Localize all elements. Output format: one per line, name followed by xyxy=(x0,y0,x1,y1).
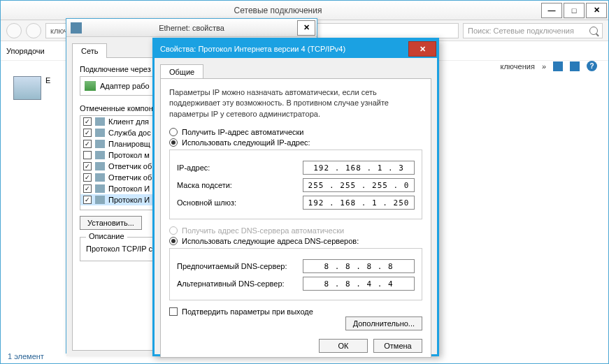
maximize-button[interactable]: □ xyxy=(564,3,585,18)
checkbox[interactable] xyxy=(169,307,178,316)
eth-close-button[interactable]: ✕ xyxy=(297,20,315,36)
subnet-mask-label: Маска подсети: xyxy=(177,181,303,189)
install-button[interactable]: Установить... xyxy=(80,216,142,230)
ok-button[interactable]: ОК xyxy=(319,339,368,353)
component-icon xyxy=(95,162,105,170)
radio-label: Использовать следующие адреса DNS-сервер… xyxy=(182,237,359,245)
advanced-button[interactable]: Дополнительно... xyxy=(345,316,422,330)
adapter-name: Адаптер рабо xyxy=(100,82,150,90)
ethernet-adapter-icon xyxy=(13,76,41,100)
ipv4-close-button[interactable]: ✕ xyxy=(408,41,436,57)
checkbox[interactable]: ✓ xyxy=(83,129,92,137)
right-toolbar: ключения » ? xyxy=(500,61,597,71)
organize-menu[interactable]: Упорядочи xyxy=(6,47,45,55)
checkbox[interactable]: ✓ xyxy=(83,196,92,204)
gateway-label: Основной шлюз: xyxy=(177,198,303,207)
checkbox[interactable]: ✓ xyxy=(83,173,92,182)
right-hint-text: ключения xyxy=(500,62,534,71)
subnet-mask-input[interactable]: 255 . 255 . 255 . 0 xyxy=(303,178,415,192)
back-button[interactable] xyxy=(6,23,22,38)
radio-auto-dns: Получить адрес DNS-сервера автоматически xyxy=(169,226,422,235)
ip-address-label: IP-адрес: xyxy=(177,163,303,172)
main-titlebar: Сетевые подключения — □ ✕ xyxy=(1,1,608,20)
radio-manual-ip[interactable]: Использовать следующий IP-адрес: xyxy=(169,138,422,147)
info-text: Параметры IP можно назначать автоматичес… xyxy=(169,87,422,119)
radio-label: Получить IP-адрес автоматически xyxy=(182,128,303,136)
ip-settings-group: IP-адрес:192 . 168 . 1 . 3 Маска подсети… xyxy=(169,150,422,219)
search-input[interactable]: Поиск: Сетевые подключения xyxy=(463,23,603,38)
main-window-title: Сетевые подключения xyxy=(15,6,541,15)
radio-icon xyxy=(169,128,178,136)
radio-auto-ip[interactable]: Получить IP-адрес автоматически xyxy=(169,128,422,136)
minimize-button[interactable]: — xyxy=(541,3,562,18)
ipv4-titlebar: Свойства: Протокол Интернета версии 4 (T… xyxy=(155,40,437,58)
forward-button[interactable] xyxy=(26,23,41,38)
checkbox[interactable]: ✓ xyxy=(83,184,92,193)
checkbox[interactable] xyxy=(83,151,92,159)
details-icon[interactable] xyxy=(570,61,580,71)
description-label: Описание xyxy=(86,232,127,240)
radio-label: Получить адрес DNS-сервера автоматически xyxy=(182,226,344,235)
search-icon xyxy=(589,27,598,35)
component-icon xyxy=(95,173,105,182)
eth-dialog-title: Ethernet: свойства xyxy=(86,24,297,32)
alternate-dns-input[interactable]: 8 . 8 . 4 . 4 xyxy=(303,277,415,291)
component-icon xyxy=(95,196,105,204)
close-button[interactable]: ✕ xyxy=(586,3,607,18)
checkbox[interactable]: ✓ xyxy=(83,162,92,170)
help-icon[interactable]: ? xyxy=(587,61,597,71)
radio-icon xyxy=(169,226,178,235)
gateway-input[interactable]: 192 . 168 . 1 . 250 xyxy=(303,196,415,210)
cancel-button[interactable]: Отмена xyxy=(373,339,422,353)
radio-icon xyxy=(169,138,178,147)
preferred-dns-input[interactable]: 8 . 8 . 8 . 8 xyxy=(303,259,415,273)
component-icon xyxy=(95,140,105,148)
connection-item[interactable]: E xyxy=(13,76,50,100)
search-placeholder: Поиск: Сетевые подключения xyxy=(468,27,574,35)
preferred-dns-label: Предпочитаемый DNS-сервер: xyxy=(177,262,303,270)
ipv4-dialog-title: Свойства: Протокол Интернета версии 4 (T… xyxy=(160,45,408,53)
tab-general[interactable]: Общие xyxy=(160,64,203,79)
component-icon xyxy=(95,117,105,126)
ipv4-properties-dialog: Свойства: Протокол Интернета версии 4 (T… xyxy=(152,38,439,356)
eth-titlebar: Ethernet: свойства ✕ xyxy=(66,19,317,37)
connection-label: E xyxy=(45,76,50,85)
checkbox[interactable]: ✓ xyxy=(83,117,92,126)
component-icon xyxy=(95,184,105,193)
radio-icon xyxy=(169,237,178,245)
radio-manual-dns[interactable]: Использовать следующие адреса DNS-сервер… xyxy=(169,237,422,245)
checkbox[interactable]: ✓ xyxy=(83,140,92,148)
component-icon xyxy=(95,151,105,159)
ethernet-icon xyxy=(71,22,82,34)
view-icon[interactable] xyxy=(553,61,563,71)
confirm-label: Подтвердить параметры при выходе xyxy=(182,307,313,316)
confirm-checkbox-row[interactable]: Подтвердить параметры при выходе xyxy=(169,307,422,316)
alternate-dns-label: Альтернативный DNS-сервер: xyxy=(177,279,303,288)
dns-settings-group: Предпочитаемый DNS-сервер:8 . 8 . 8 . 8 … xyxy=(169,248,422,300)
adapter-icon xyxy=(85,81,96,91)
statusbar-text: 1 элемент xyxy=(8,352,44,361)
radio-label: Использовать следующий IP-адрес: xyxy=(182,138,310,147)
ip-address-input[interactable]: 192 . 168 . 1 . 3 xyxy=(303,161,415,175)
tab-network[interactable]: Сеть xyxy=(72,43,107,58)
component-icon xyxy=(95,129,105,137)
